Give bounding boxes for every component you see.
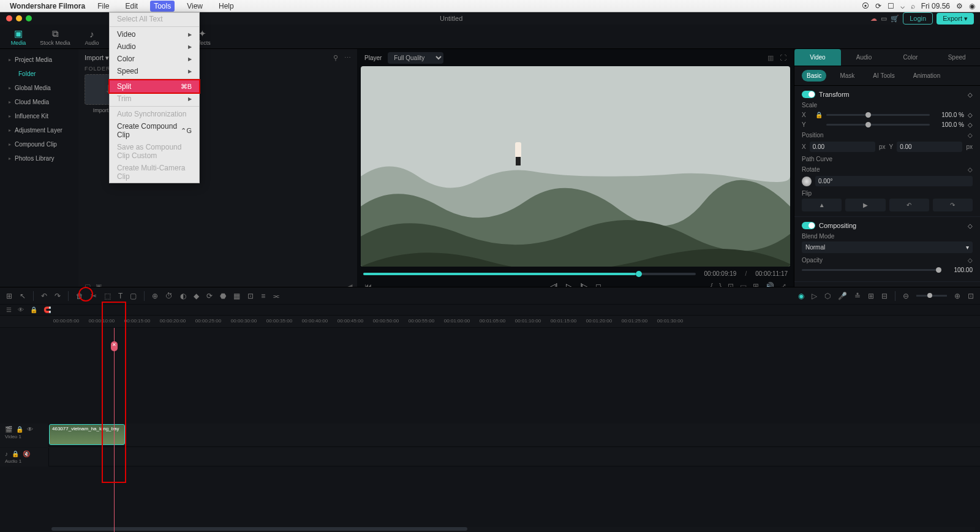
- sidebar-adjustment-layer[interactable]: Adjustment Layer: [0, 123, 78, 137]
- quality-select[interactable]: Full Quality: [388, 52, 443, 64]
- audio-track-head[interactable]: ♪🔒🔇 Audio 1: [0, 448, 49, 466]
- search-icon[interactable]: ⌕: [911, 2, 915, 10]
- minimize-window[interactable]: [16, 15, 22, 21]
- audio-track-lane[interactable]: [49, 448, 980, 466]
- timeline-ruler[interactable]: 00:00:05:0000:00:10:0000:00:15:0000:00:2…: [0, 316, 980, 328]
- tl-frame-icon[interactable]: ▢: [130, 292, 137, 300]
- tl-render-icon[interactable]: ▦: [233, 292, 240, 300]
- video-preview[interactable]: [361, 66, 790, 267]
- menu-help[interactable]: Help: [215, 1, 238, 12]
- filter-icon[interactable]: ⚲: [333, 54, 338, 62]
- tl-link-icon[interactable]: ⫘: [273, 292, 280, 300]
- insp-tab-audio[interactable]: Audio: [841, 49, 888, 66]
- insp-tab-video[interactable]: Video: [794, 49, 841, 66]
- timeline-scrollbar[interactable]: [51, 527, 975, 531]
- dd-color[interactable]: Color: [110, 53, 199, 65]
- sidebar-photos-library[interactable]: Photos Library: [0, 151, 78, 165]
- user-icon[interactable]: ◉: [969, 2, 975, 10]
- sidebar-project-media[interactable]: Project Media: [0, 53, 78, 67]
- tl-crop-icon[interactable]: ⬚: [104, 292, 111, 300]
- menu-view[interactable]: View: [183, 1, 206, 12]
- timeline-tracks[interactable]: 🎬🔒👁 Video 1 463077_vietnam_ha_long_bay ♪…: [0, 328, 980, 532]
- subtab-ai[interactable]: AI Tools: [868, 70, 899, 82]
- tl-undo-icon[interactable]: ↶: [41, 292, 47, 300]
- flip-v-button[interactable]: ▶: [845, 199, 885, 211]
- tl-pointer-icon[interactable]: ↖: [20, 292, 26, 300]
- kf-icon[interactable]: ◇: [968, 112, 973, 118]
- tl-voiceover-icon[interactable]: ⊡: [247, 292, 254, 300]
- sidebar-compound-clip[interactable]: Compound Clip: [0, 137, 78, 151]
- tl-mixer-icon[interactable]: ≛: [854, 292, 861, 300]
- rotate-l-button[interactable]: ↶: [889, 199, 929, 211]
- sync-icon[interactable]: ⟳: [875, 2, 881, 10]
- tl-mic-icon[interactable]: 🎤: [838, 292, 847, 300]
- insp-tab-speed[interactable]: Speed: [933, 49, 980, 66]
- snapshot-icon[interactable]: ⛶: [780, 54, 786, 61]
- pos-y-input[interactable]: [897, 142, 962, 152]
- maximize-window[interactable]: [26, 15, 32, 21]
- keyframe-icon[interactable]: ◇: [968, 91, 973, 98]
- tl-kf-icon[interactable]: ◆: [194, 292, 199, 300]
- subtab-basic[interactable]: Basic: [802, 70, 826, 82]
- menu-tools[interactable]: Tools: [150, 1, 175, 12]
- sidebar-global-media[interactable]: Global Media: [0, 81, 78, 95]
- tl-redo-icon[interactable]: ↷: [55, 292, 61, 300]
- record-icon[interactable]: ⦿: [862, 2, 869, 10]
- tl-play-icon[interactable]: ▷: [812, 292, 817, 300]
- rotate-r-button[interactable]: ↷: [933, 199, 973, 211]
- subtab-mask[interactable]: Mask: [835, 70, 859, 82]
- kf-icon[interactable]: ◇: [968, 132, 973, 139]
- window-controls[interactable]: [6, 15, 32, 21]
- subtab-animation[interactable]: Animation: [908, 70, 945, 82]
- tl-select-icon[interactable]: ⊞: [6, 292, 12, 300]
- kf-icon[interactable]: ◇: [968, 166, 973, 173]
- import-button[interactable]: Import ▾: [85, 54, 109, 62]
- cart-icon[interactable]: 🛒: [891, 15, 899, 23]
- export-button[interactable]: Export ▾: [937, 13, 974, 25]
- tl-zoom-out-icon[interactable]: ⊖: [903, 292, 909, 300]
- tl-text-icon[interactable]: T: [118, 292, 123, 300]
- kf-icon[interactable]: ◇: [968, 257, 973, 264]
- dd-video[interactable]: Video: [110, 28, 199, 40]
- blend-mode-select[interactable]: Normal▾: [802, 241, 973, 253]
- tl-mark-icon[interactable]: ⬡: [824, 292, 831, 300]
- tab-media[interactable]: ▣Media: [0, 27, 37, 46]
- tl-speed-icon[interactable]: ⏱: [165, 292, 173, 300]
- dd-audio[interactable]: Audio: [110, 40, 199, 53]
- login-button[interactable]: Login: [903, 12, 933, 25]
- present-icon[interactable]: ▭: [881, 15, 887, 23]
- insp-tab-color[interactable]: Color: [888, 49, 934, 66]
- close-window[interactable]: [6, 15, 12, 21]
- tl-record-icon[interactable]: ◉: [798, 292, 804, 300]
- tl-zoom-in-icon[interactable]: ⊕: [954, 292, 960, 300]
- tl-adjust-icon[interactable]: ≡: [261, 292, 265, 300]
- tab-stock[interactable]: ⧉Stock Media: [37, 27, 74, 46]
- dd-compound[interactable]: Create Compound Clip⌃G: [110, 120, 199, 141]
- video-track-lane[interactable]: 463077_vietnam_ha_long_bay: [49, 424, 980, 447]
- kf-icon[interactable]: ◇: [968, 222, 973, 229]
- cloud-icon[interactable]: ☁: [870, 15, 877, 23]
- tools-dropdown[interactable]: Select All Text Video Audio Color Speed …: [109, 12, 200, 183]
- rotate-dial[interactable]: [802, 177, 812, 186]
- video-track-head[interactable]: 🎬🔒👁 Video 1: [0, 424, 49, 447]
- scale-x-slider[interactable]: [826, 114, 930, 116]
- sidebar-influence-kit[interactable]: Influence Kit: [0, 109, 78, 123]
- sidebar-cloud-media[interactable]: Cloud Media: [0, 95, 78, 109]
- dd-speed[interactable]: Speed: [110, 65, 199, 77]
- wifi-icon[interactable]: ⌵: [900, 2, 905, 10]
- more-icon[interactable]: ⋯: [344, 54, 351, 62]
- menu-file[interactable]: File: [94, 1, 113, 12]
- tl-fit-icon[interactable]: ⊡: [968, 292, 974, 300]
- tl-magnet-icon[interactable]: 🧲: [43, 306, 51, 313]
- lock-icon[interactable]: 🔒: [815, 112, 823, 118]
- tl-color-icon[interactable]: ◐: [180, 292, 186, 300]
- tl-grid-icon[interactable]: ⊞: [868, 292, 874, 300]
- compare-icon[interactable]: ▥: [767, 54, 774, 62]
- transform-toggle[interactable]: [802, 91, 815, 98]
- tl-refresh-icon[interactable]: ⟳: [206, 292, 213, 300]
- scale-y-slider[interactable]: [826, 124, 930, 126]
- tl-zoom-icon[interactable]: ⊕: [152, 292, 158, 300]
- opacity-slider[interactable]: [802, 269, 938, 271]
- kf-icon[interactable]: ◇: [968, 121, 973, 128]
- progress-bar[interactable]: [363, 273, 696, 275]
